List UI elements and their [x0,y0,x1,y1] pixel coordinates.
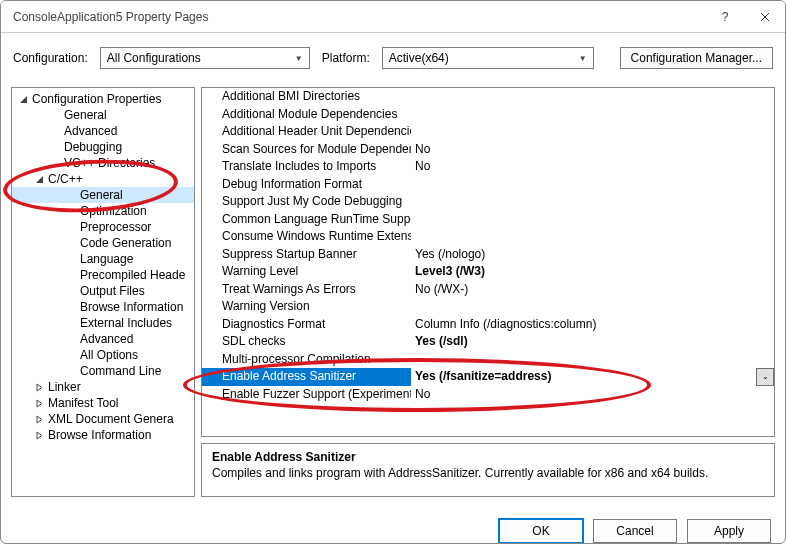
property-name: Suppress Startup Banner [202,246,411,264]
tree-item-cxx[interactable]: C/C++ [12,171,194,187]
description-panel: Enable Address Sanitizer Compiles and li… [201,443,775,497]
property-value[interactable] [411,88,774,106]
property-name: Consume Windows Runtime Extension [202,228,411,246]
ok-button[interactable]: OK [499,519,583,543]
property-value[interactable]: No [411,386,774,404]
property-row[interactable]: Additional Module Dependencies [202,106,774,124]
dialog-footer: OK Cancel Apply [1,507,785,544]
property-grid[interactable]: Additional BMI DirectoriesAdditional Mod… [201,87,775,437]
tree-item[interactable]: Command Line [12,363,194,379]
property-value[interactable]: Yes (/nologo) [411,246,774,264]
property-row[interactable]: Scan Sources for Module DependenciesNo [202,141,774,159]
property-name: Debug Information Format [202,176,411,194]
property-row[interactable]: SDL checksYes (/sdl) [202,333,774,351]
property-value[interactable]: Yes (/fsanitize=address)⌄ [411,368,774,386]
tree-item[interactable]: General [12,187,194,203]
property-value[interactable]: Level3 (/W3) [411,263,774,281]
property-row[interactable]: Additional Header Unit Dependencies [202,123,774,141]
property-value[interactable] [411,106,774,124]
property-name: Warning Level [202,263,411,281]
property-row[interactable]: Common Language RunTime Support [202,211,774,229]
close-button[interactable] [745,1,785,33]
property-row[interactable]: Treat Warnings As ErrorsNo (/WX-) [202,281,774,299]
expander-open-icon[interactable] [18,94,29,105]
chevron-down-icon: ▼ [579,54,587,63]
property-name: Scan Sources for Module Dependencies [202,141,411,159]
tree-item[interactable]: Language [12,251,194,267]
property-row[interactable]: Multi-processor Compilation [202,351,774,369]
configuration-bar: Configuration: All Configurations ▼ Plat… [1,33,785,87]
tree-pane[interactable]: Configuration PropertiesGeneralAdvancedD… [11,87,195,497]
property-value[interactable]: No [411,158,774,176]
close-icon [760,12,770,22]
tree-item[interactable]: External Includes [12,315,194,331]
tree-item-linker[interactable]: Linker [12,379,194,395]
tree-item[interactable]: Output Files [12,283,194,299]
expander-closed-icon[interactable] [34,430,45,441]
help-button[interactable]: ? [705,1,745,33]
tree-item[interactable]: General [12,107,194,123]
property-name: Warning Version [202,298,411,316]
property-row[interactable]: Enable Fuzzer Support (Experimental)No [202,386,774,404]
property-value[interactable] [411,211,774,229]
property-name: Additional Header Unit Dependencies [202,123,411,141]
window-title: ConsoleApplication5 Property Pages [13,10,705,24]
right-pane: Additional BMI DirectoriesAdditional Mod… [201,87,775,497]
tree-item[interactable]: VC++ Directories [12,155,194,171]
property-row[interactable]: Support Just My Code Debugging [202,193,774,211]
property-value[interactable] [411,351,774,369]
configuration-label: Configuration: [13,51,88,65]
property-row[interactable]: Warning Version [202,298,774,316]
platform-dropdown[interactable]: Active(x64) ▼ [382,47,594,69]
tree-item[interactable]: Optimization [12,203,194,219]
description-body: Compiles and links program with AddressS… [212,466,764,480]
tree-item-root[interactable]: Configuration Properties [12,91,194,107]
tree-item-browse[interactable]: Browse Information [12,427,194,443]
property-row[interactable]: Warning LevelLevel3 (/W3) [202,263,774,281]
property-row[interactable]: Debug Information Format [202,176,774,194]
property-value[interactable]: No (/WX-) [411,281,774,299]
expander-closed-icon[interactable] [34,382,45,393]
tree-item[interactable]: Preprocessor [12,219,194,235]
tree-item[interactable]: Browse Information [12,299,194,315]
tree-item[interactable]: Code Generation [12,235,194,251]
tree-item[interactable]: Debugging [12,139,194,155]
tree-item[interactable]: All Options [12,347,194,363]
property-name: Additional Module Dependencies [202,106,411,124]
platform-label: Platform: [322,51,370,65]
property-name: Multi-processor Compilation [202,351,411,369]
property-row[interactable]: Enable Address SanitizerYes (/fsanitize=… [202,368,774,386]
configuration-manager-button[interactable]: Configuration Manager... [620,47,773,69]
tree-item[interactable]: Advanced [12,123,194,139]
cancel-button[interactable]: Cancel [593,519,677,543]
tree-item-xmldoc[interactable]: XML Document Genera [12,411,194,427]
expander-open-icon[interactable] [34,174,45,185]
property-value[interactable] [411,176,774,194]
property-row[interactable]: Diagnostics FormatColumn Info (/diagnost… [202,316,774,334]
property-value[interactable]: Yes (/sdl) [411,333,774,351]
expander-closed-icon[interactable] [34,414,45,425]
property-name: Additional BMI Directories [202,88,411,106]
title-bar: ConsoleApplication5 Property Pages ? [1,1,785,33]
property-value[interactable] [411,193,774,211]
property-value[interactable]: Column Info (/diagnostics:column) [411,316,774,334]
tree-item-manifest[interactable]: Manifest Tool [12,395,194,411]
property-value[interactable] [411,123,774,141]
property-row[interactable]: Consume Windows Runtime Extension [202,228,774,246]
property-row[interactable]: Additional BMI Directories [202,88,774,106]
property-value[interactable] [411,298,774,316]
property-row[interactable]: Suppress Startup BannerYes (/nologo) [202,246,774,264]
description-title: Enable Address Sanitizer [212,450,764,464]
property-dropdown-button[interactable]: ⌄ [756,368,774,386]
apply-button[interactable]: Apply [687,519,771,543]
tree-item[interactable]: Advanced [12,331,194,347]
expander-closed-icon[interactable] [34,398,45,409]
tree-item[interactable]: Precompiled Heade [12,267,194,283]
property-value[interactable]: No [411,141,774,159]
configuration-dropdown[interactable]: All Configurations ▼ [100,47,310,69]
property-name: Diagnostics Format [202,316,411,334]
property-name: Common Language RunTime Support [202,211,411,229]
property-value[interactable] [411,228,774,246]
property-name: Support Just My Code Debugging [202,193,411,211]
property-row[interactable]: Translate Includes to ImportsNo [202,158,774,176]
